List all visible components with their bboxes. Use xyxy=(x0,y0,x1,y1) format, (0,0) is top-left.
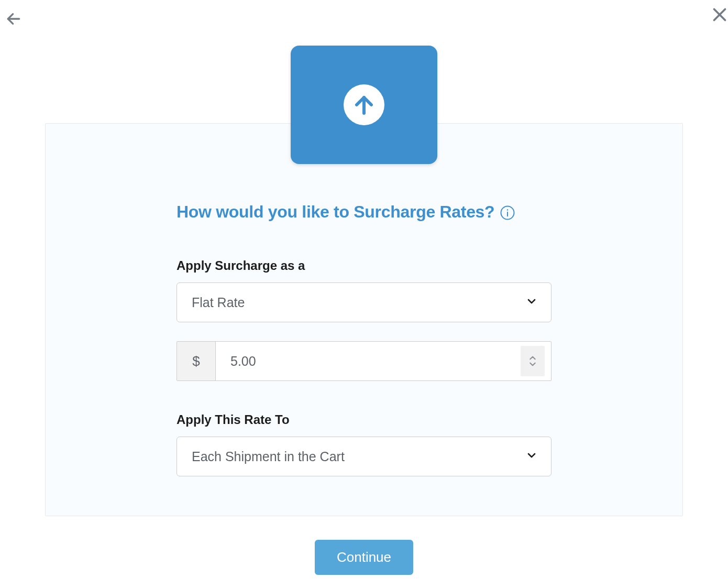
apply-to-select[interactable]: Each Shipment in the Cart xyxy=(177,437,551,476)
surcharge-icon-tile xyxy=(291,46,437,164)
amount-stepper[interactable] xyxy=(521,346,545,376)
stepper-up-icon xyxy=(529,355,536,361)
surcharge-card: How would you like to Surcharge Rates? A… xyxy=(45,123,683,516)
arrow-up-circle-icon xyxy=(344,84,384,125)
close-button[interactable] xyxy=(710,5,728,24)
continue-button[interactable]: Continue xyxy=(315,540,413,575)
svg-point-5 xyxy=(507,209,509,211)
amount-input-group: $ xyxy=(177,341,551,381)
info-icon[interactable] xyxy=(500,205,515,221)
apply-as-label: Apply Surcharge as a xyxy=(177,258,551,273)
back-button[interactable] xyxy=(5,10,22,27)
apply-to-label: Apply This Rate To xyxy=(177,412,551,427)
amount-input[interactable] xyxy=(216,342,521,380)
surcharge-type-select[interactable]: Flat Rate xyxy=(177,282,551,322)
stepper-down-icon xyxy=(529,362,536,367)
currency-symbol: $ xyxy=(177,342,216,380)
card-heading: How would you like to Surcharge Rates? xyxy=(177,202,494,222)
